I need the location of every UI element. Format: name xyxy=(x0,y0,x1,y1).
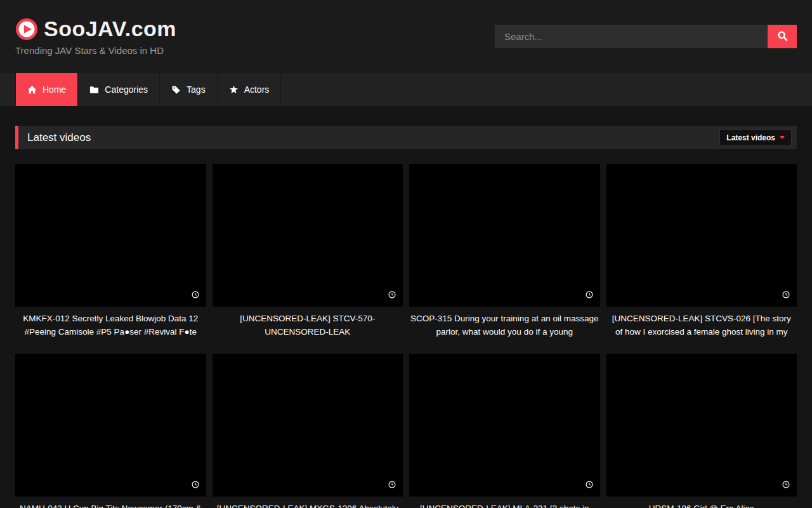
clock-icon xyxy=(191,480,200,491)
nav-item-actors[interactable]: Actors xyxy=(218,73,282,106)
video-thumbnail[interactable] xyxy=(409,164,600,307)
caret-down-icon xyxy=(780,136,785,139)
video-card[interactable]: [UNCENSORED-LEAK] STCV-570-UNCENSORED-LE… xyxy=(213,164,403,338)
star-icon xyxy=(229,85,239,95)
video-title[interactable]: SCOP-315 During your training at an oil … xyxy=(409,312,600,338)
home-icon xyxy=(27,85,37,95)
video-title[interactable]: URSM-186 Girl @ Era Alice xyxy=(606,502,797,508)
clock-icon xyxy=(782,480,790,491)
video-thumbnail[interactable] xyxy=(409,354,600,497)
video-card[interactable]: SCOP-315 During your training at an oil … xyxy=(409,164,600,338)
video-thumbnail[interactable] xyxy=(15,164,206,307)
clock-icon xyxy=(388,290,396,302)
video-thumbnail[interactable] xyxy=(15,354,206,497)
video-thumbnail[interactable] xyxy=(606,164,797,307)
play-circle-icon xyxy=(15,18,38,41)
section-title: Latest videos xyxy=(27,131,91,144)
video-grid: KMKFX-012 Secretly Leaked Blowjob Data 1… xyxy=(15,164,797,508)
video-title[interactable]: [UNCENSORED-LEAK] STCV-570-UNCENSORED-LE… xyxy=(213,312,403,338)
section-header: Latest videos Latest videos xyxy=(15,126,797,149)
nav-item-categories[interactable]: Categories xyxy=(78,73,160,106)
video-title[interactable]: [UNCENSORED-LEAK] STCVS-026 [The story o… xyxy=(606,312,797,338)
video-title[interactable]: NAMH-043 H Cup Big Tits Newcomer (170cm … xyxy=(15,502,206,508)
folder-icon xyxy=(89,85,99,95)
video-card[interactable]: KMKFX-012 Secretly Leaked Blowjob Data 1… xyxy=(15,164,206,338)
video-thumbnail[interactable] xyxy=(213,164,403,307)
search-input[interactable] xyxy=(495,25,768,48)
site-tagline: Trending JAV Stars & Videos in HD xyxy=(15,45,176,56)
video-thumbnail[interactable] xyxy=(606,354,797,497)
site-title[interactable]: SooJAV.com xyxy=(44,17,176,41)
nav-item-home[interactable]: Home xyxy=(15,73,78,106)
nav-item-tags[interactable]: Tags xyxy=(160,73,218,106)
clock-icon xyxy=(585,480,594,491)
video-card[interactable]: NAMH-043 H Cup Big Tits Newcomer (170cm … xyxy=(15,354,206,508)
clock-icon xyxy=(191,290,200,302)
clock-icon xyxy=(585,290,594,302)
sort-dropdown-button[interactable]: Latest videos xyxy=(719,130,792,146)
video-card[interactable]: URSM-186 Girl @ Era Alice xyxy=(606,354,797,508)
search-icon xyxy=(777,30,788,43)
search-button[interactable] xyxy=(768,25,797,48)
video-card[interactable]: [UNCENSORED-LEAK] MXGS-1206 Absolutely xyxy=(213,354,403,508)
sort-dropdown-label: Latest videos xyxy=(726,133,775,142)
video-title[interactable]: [UNCENSORED-LEAK] MXGS-1206 Absolutely xyxy=(213,502,403,508)
video-card[interactable]: [UNCENSORED-LEAK] STCVS-026 [The story o… xyxy=(606,164,797,338)
tag-icon xyxy=(171,85,181,95)
video-thumbnail[interactable] xyxy=(213,354,403,497)
video-title[interactable]: [UNCENSORED-LEAK] MLA-231 [3 shots in xyxy=(409,502,600,508)
site-header: SooJAV.com Trending JAV Stars & Videos i… xyxy=(0,0,812,73)
main-content: Latest videos Latest videos KMKFX-012 Se… xyxy=(0,126,812,508)
main-nav: Home Categories Tags Actors xyxy=(0,73,812,106)
clock-icon xyxy=(782,290,790,302)
clock-icon xyxy=(388,480,396,491)
section-accent-bar xyxy=(15,126,18,149)
video-title[interactable]: KMKFX-012 Secretly Leaked Blowjob Data 1… xyxy=(15,312,206,338)
video-card[interactable]: [UNCENSORED-LEAK] MLA-231 [3 shots in xyxy=(409,354,600,508)
brand[interactable]: SooJAV.com Trending JAV Stars & Videos i… xyxy=(15,17,176,55)
search-form xyxy=(495,25,797,48)
